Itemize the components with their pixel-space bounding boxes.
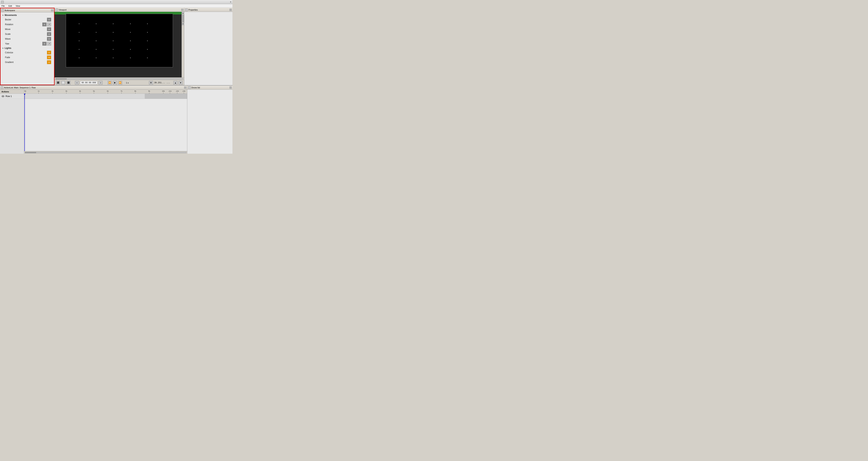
timeline-h-thumb[interactable]: [25, 152, 36, 153]
drone-list-header: Drone list □: [187, 86, 232, 90]
bottom-section: ActionList: Main: Sequence 1: Raw — Acti…: [0, 86, 232, 154]
ruler-mark-2s: 2s: [52, 90, 54, 93]
drone-list-minimize[interactable]: □: [229, 87, 232, 89]
h-scrollbar-track[interactable]: [55, 78, 183, 80]
buttonpane-minimize[interactable]: —: [51, 9, 53, 11]
buttonpane: Buttonpane — ▼ Movements Bezier +: [0, 8, 55, 85]
viewport-panel: Viewport —: [55, 8, 184, 85]
menu-edit[interactable]: Edit: [8, 4, 13, 7]
scroll-up-button[interactable]: ▲: [182, 12, 184, 14]
scroll-down-button[interactable]: ▼: [182, 23, 184, 25]
yaw-add-button[interactable]: +: [42, 42, 46, 45]
app-icon: [1, 1, 4, 3]
gradient-buttons: +: [47, 60, 51, 64]
properties-title-area: Properties: [185, 8, 198, 11]
h-scrollbar-thumb[interactable]: [56, 78, 67, 80]
title-bar-left: [1, 1, 4, 3]
row1-visibility-icon[interactable]: [1, 95, 4, 98]
play-button[interactable]: ▶: [113, 81, 117, 85]
ruler-mark-13s: ,13s: [182, 90, 185, 93]
ruler-mark-8s: 8s: [134, 90, 136, 93]
play-rate: 1 x: [126, 82, 129, 84]
wave-add-button[interactable]: +: [47, 37, 51, 41]
yaw-arrow-button[interactable]: ↗: [47, 42, 51, 45]
move-label: Move: [5, 28, 10, 31]
viewport-header: Viewport —: [55, 8, 184, 12]
rotation-arrow-button[interactable]: ↗: [47, 23, 51, 26]
timeline-area: 0s 1s 2s 3s: [24, 90, 187, 154]
buttonpane-icon: [1, 9, 4, 12]
menu-file[interactable]: File: [1, 4, 5, 7]
timeline-h-track[interactable]: [25, 152, 186, 153]
properties-icon: [185, 8, 188, 11]
playhead[interactable]: [25, 94, 25, 151]
rotation-add-button[interactable]: +: [42, 23, 46, 26]
rewind-button[interactable]: ⏪: [108, 81, 112, 85]
viewport-btn-square2[interactable]: ⬜: [61, 81, 65, 85]
svg-point-1: [3, 96, 3, 97]
actions-left: Actions Row 1: [0, 90, 24, 154]
gradient-label: Gradient: [5, 61, 13, 63]
actionlist-minimize[interactable]: —: [184, 87, 186, 89]
title-bar: ✕: [0, 0, 232, 4]
viewport-btn-square1[interactable]: ⬛: [56, 81, 60, 85]
bezier-add-button[interactable]: +: [47, 18, 51, 22]
drone-list-title-area: Drone list: [188, 86, 200, 89]
viewport-scrollbar-h[interactable]: [55, 78, 184, 80]
scale-add-button[interactable]: +: [47, 32, 51, 36]
ruler-mark-6s: 6s: [107, 90, 109, 93]
ruler-mark-9s: 9s: [148, 90, 150, 93]
move-add-button[interactable]: +: [47, 27, 51, 31]
viewport-scroll-down[interactable]: ▼: [179, 81, 183, 85]
viewport-scroll-up[interactable]: ▲: [174, 81, 178, 85]
rotation-label: Rotation: [5, 23, 13, 26]
fade-buttons: +: [47, 56, 51, 59]
bezier-label: Bezier: [5, 18, 11, 21]
gradient-add-button[interactable]: +: [47, 60, 51, 64]
wave-label: Wave: [5, 38, 10, 40]
fade-row: Fade +: [1, 55, 54, 60]
wave-buttons: +: [47, 37, 51, 41]
scroll-thumb[interactable]: [182, 15, 184, 22]
actionlist-title-area: ActionList: Main: Sequence 1: Raw: [1, 86, 36, 89]
bezier-row: Bezier +: [1, 17, 54, 22]
timeline-scrollbar-h[interactable]: [24, 151, 187, 154]
top-section: Buttonpane — ▼ Movements Bezier +: [0, 8, 232, 86]
menu-view[interactable]: View: [15, 4, 21, 7]
main-layout: Buttonpane — ▼ Movements Bezier +: [0, 8, 232, 154]
movements-arrow: ▼: [2, 14, 4, 16]
viewport-controls: ⬛ ⬜ ⬛ < 00:00:00:000 > ⏪ ▶ ⏩ 1 x ⊞ 39.25…: [55, 80, 184, 85]
rotation-row: Rotation + ↗: [1, 22, 54, 27]
scale-row: Scale +: [1, 32, 54, 36]
skip-fwd-button[interactable]: >: [98, 81, 102, 85]
ruler-mark-10s: 10s: [162, 90, 165, 93]
skip-back-button[interactable]: <: [75, 81, 79, 85]
viewport-btn-square3[interactable]: ⬛: [66, 81, 70, 85]
ruler-marks: 0s 1s 2s 3s: [24, 90, 187, 93]
gradient-row: Gradient +: [1, 60, 54, 65]
fade-add-button[interactable]: +: [47, 56, 51, 59]
viewport-minimize[interactable]: —: [181, 9, 183, 11]
ruler-mark-7s: 7s: [121, 90, 123, 93]
buttonpane-content: ▼ Movements Bezier + Rotation + ↗: [1, 12, 54, 85]
ruler-mark-0s: 0s: [25, 90, 26, 93]
close-button[interactable]: ✕: [230, 1, 231, 3]
coords-icon[interactable]: ⊞: [149, 81, 153, 85]
coordinates-display: 39.251... ...: [154, 82, 170, 84]
move-buttons: +: [47, 27, 51, 31]
colorize-add-button[interactable]: +: [47, 51, 51, 55]
lights-section-header[interactable]: ▼ Lights: [1, 46, 54, 50]
viewport-canvas: [66, 14, 173, 67]
movements-label: Movements: [5, 14, 17, 17]
properties-minimize[interactable]: □: [229, 9, 232, 11]
drone-list-icon: [188, 86, 191, 89]
wave-row: Wave +: [1, 36, 54, 41]
row1-label: Row 1: [5, 95, 12, 98]
ffwd-button[interactable]: ⏩: [118, 81, 122, 85]
viewport-scrollbar-v[interactable]: ▲ ▼: [182, 12, 184, 78]
properties-title: Properties: [188, 9, 198, 11]
buttonpane-header: Buttonpane —: [1, 8, 54, 12]
ruler-mark-12s: ,12s: [176, 90, 179, 93]
scale-label: Scale: [5, 33, 10, 35]
movements-section-header[interactable]: ▼ Movements: [1, 13, 54, 17]
